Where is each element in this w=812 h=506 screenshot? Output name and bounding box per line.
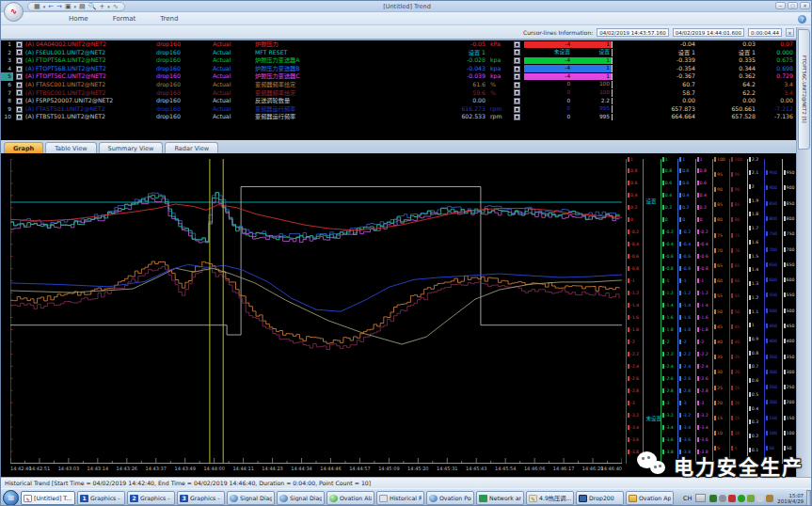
tray-icon-2[interactable] <box>719 495 726 502</box>
printer-icon[interactable] <box>695 494 706 502</box>
window-title: [Untitled] Trend <box>1 3 812 10</box>
taskbar-item-network-and[interactable]: Network and... <box>476 491 524 505</box>
table-row[interactable]: 3(A) FTOPT56A.UNIT2@NET2drop160Actual炉膛压… <box>1 56 798 65</box>
cursor2-time-field[interactable]: 04/02/2019 14:44:01.600 <box>673 28 744 37</box>
axis-tick-label: 15 <box>731 416 740 420</box>
axis-tick-label: 40 <box>714 340 723 344</box>
value-axis-7: 1009590858075706560555045403530252015105 <box>728 159 745 464</box>
row-checkbox[interactable] <box>16 89 23 96</box>
axis-tick-label: 100 <box>784 431 795 435</box>
tab-table-view[interactable]: Table View <box>45 142 96 153</box>
axis-tick-label: 80 <box>714 217 723 222</box>
axis-tick-label: 400 <box>784 339 795 343</box>
cursor-delta-field[interactable]: 0:00:04.44 <box>748 28 782 37</box>
row-checkbox[interactable] <box>514 41 520 48</box>
row-checkbox[interactable] <box>16 98 23 104</box>
table-row[interactable]: 4(A) FTOPT56B.UNIT2@NET2drop160Actual炉膛压… <box>1 65 798 73</box>
row-checkbox[interactable] <box>514 66 520 72</box>
axis-tick-label: 250 <box>784 385 795 389</box>
taskbar-item-4-9热压调[interactable]: ✎4.9热压调... <box>526 491 574 505</box>
app-icon[interactable]: ∿ <box>4 2 24 22</box>
table-row[interactable]: 6(A) FTASC001.UNIT2@NET2drop160Actual变频器… <box>1 81 798 89</box>
language-indicator[interactable]: CH <box>681 494 693 503</box>
menu-home[interactable]: Home <box>69 15 88 23</box>
tray-icon-7[interactable] <box>766 495 773 502</box>
table-row[interactable]: 5(A) FTOPT56C.UNIT2@NET2drop160Actual炉膛压… <box>1 72 798 81</box>
cursor-bar-close-icon[interactable]: x <box>786 28 794 37</box>
row-checkbox[interactable] <box>514 98 520 104</box>
axis-tick-label: 2 <box>749 184 755 189</box>
trend-chart-panel[interactable]: 14:42:4014:42:5114:43:0314:43:1414:43:26… <box>1 153 812 477</box>
help-icon[interactable]: ? <box>798 15 806 24</box>
row-checkbox[interactable] <box>16 57 23 64</box>
right-scrollbar[interactable]: FTOPT56C.UNIT2@NET2 [5] <box>796 27 811 477</box>
value-axis-9: 9509008508007507006506005505004504003503… <box>763 159 780 464</box>
axis-tick-label: 1 <box>679 157 685 162</box>
row-checkbox[interactable] <box>514 89 520 96</box>
minimize-button[interactable]: ─ <box>775 2 786 9</box>
axis-tick-label: 0.2 <box>697 205 707 210</box>
show-desktop-button[interactable] <box>806 490 811 506</box>
taskbar-item-graphics[interactable]: 1Graphics - -... <box>77 491 125 505</box>
axis-tick-label: 90 <box>731 187 740 192</box>
taskbar-item-label: Graphics - -... <box>190 495 222 501</box>
report-icon <box>379 495 388 502</box>
num3-icon: 3 <box>180 495 188 502</box>
close-button[interactable]: ✕ <box>800 2 810 9</box>
taskbar-item-graphics[interactable]: 3Graphics - -... <box>177 491 225 505</box>
axis-tick-label: 900 <box>766 185 777 190</box>
taskbar-item-graphics[interactable]: 2Graphics - -... <box>127 491 175 505</box>
row-checkbox[interactable] <box>16 66 23 72</box>
menu-format[interactable]: Format <box>113 15 136 23</box>
point-table: 1(A) 04A04002.UNIT2@NET2drop160Actual炉膛压… <box>1 40 798 142</box>
taskbar-item-signal-diagra[interactable]: Signal Diagra... <box>277 491 325 505</box>
axis-tick-label: 60 <box>714 278 723 283</box>
row-checkbox[interactable] <box>16 106 23 113</box>
selected-point-vertical-tab[interactable]: FTOPT56C.UNIT2@NET2 [5] <box>798 29 810 150</box>
tab-radar-view[interactable]: Radar View <box>165 142 218 153</box>
table-row[interactable]: 7(A) FTBSC001.UNIT2@NET2drop160Actual变频器… <box>1 89 798 98</box>
menu-trend[interactable]: Trend <box>160 15 178 23</box>
row-checkbox[interactable] <box>16 41 23 48</box>
taskbar-item-ovation-poin[interactable]: Ovation Poin... <box>426 491 474 505</box>
value-axis-4: 10.80.60.40.20-0.2-0.4-0.6-0.8-1-1.2-1.4… <box>677 159 693 464</box>
table-row[interactable]: 2(A) FSEUL001.UNIT2@NET2drop160ActualMFT… <box>1 49 798 57</box>
row-checkbox[interactable] <box>514 114 520 120</box>
taskbar-item-signal-diagra[interactable]: Signal Diagra... <box>227 491 275 505</box>
row-checkbox[interactable] <box>514 82 520 88</box>
cursor1-time-field[interactable]: 04/02/2019 14:43:57.160 <box>597 28 668 37</box>
table-row[interactable]: 10(A) FTBST501.UNIT2@NET2drop160Actual变频… <box>1 113 798 121</box>
row-checkbox[interactable] <box>16 82 23 88</box>
tray-icon-3[interactable] <box>728 495 736 502</box>
taskbar-item-untitled-t[interactable]: ∿[Untitled] T... <box>21 491 75 505</box>
row-checkbox[interactable] <box>16 114 23 120</box>
row-checkbox[interactable] <box>514 49 520 55</box>
maximize-button[interactable]: ▢ <box>788 2 798 9</box>
axis-tick-label: 0.6 <box>749 378 758 383</box>
tray-icon-5[interactable] <box>747 495 755 502</box>
time-tick-label: 14:46:40 <box>601 466 622 471</box>
row-checkbox[interactable] <box>514 106 520 113</box>
row-checkbox[interactable] <box>16 49 23 55</box>
table-row[interactable]: 1(A) 04A04002.UNIT2@NET2drop160Actual炉膛压… <box>1 40 798 49</box>
taskbar-item-historical-re[interactable]: Historical Re... <box>376 491 424 505</box>
tab-graph[interactable]: Graph <box>4 142 43 153</box>
taskbar-item-ovation-app[interactable]: Ovation App... <box>626 491 674 505</box>
value-axis-2: 设置未设置 <box>642 159 659 464</box>
row-checkbox[interactable] <box>514 73 520 80</box>
tray-icon-1[interactable] <box>709 495 717 502</box>
row-checkbox[interactable] <box>16 73 23 80</box>
tray-icon-4[interactable] <box>738 495 745 502</box>
table-row[interactable]: 9(A) FTAST501.UNIT2@NET2drop160Actual变频器… <box>1 105 798 114</box>
taskbar-clock[interactable]: 15:07 2019/4/29 <box>777 493 804 504</box>
start-button[interactable]: ⊞ <box>3 490 19 506</box>
tray-icon-6[interactable] <box>756 495 764 502</box>
axis-tick-label: 0.4 <box>628 193 637 198</box>
table-row[interactable]: 8(A) FSRP520007.UNIT2@NET2drop160Actual反… <box>1 97 798 105</box>
taskbar-item-ovation-alar[interactable]: Ovation Alar... <box>326 491 374 505</box>
row-checkbox[interactable] <box>514 57 520 64</box>
axis-tick-label: 500 <box>766 308 777 313</box>
taskbar-item-drop200[interactable]: Drop200 <box>576 491 624 505</box>
axis-tick-label: -1.8 <box>697 327 709 332</box>
tab-summary-view[interactable]: Summary View <box>99 142 164 153</box>
